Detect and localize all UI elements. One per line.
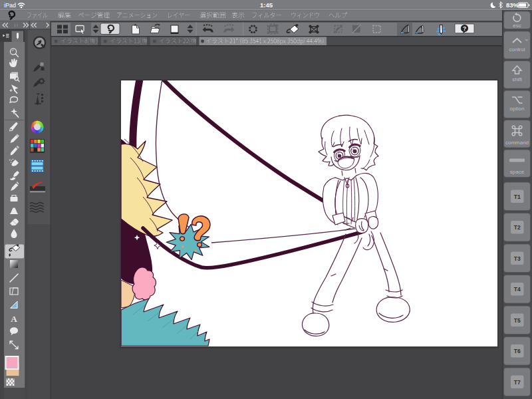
svg-text:T5: T5 [514,317,521,324]
svg-text:T3: T3 [514,255,521,262]
svg-text:space: space [510,169,525,175]
svg-text:command: command [505,140,529,146]
svg-text:?: ? [463,25,466,32]
svg-text:T6: T6 [514,348,521,354]
svg-text:T1: T1 [514,194,521,200]
svg-text:A: A [11,314,17,324]
svg-text:control: control [509,47,525,53]
svg-text:1:45: 1:45 [260,1,273,9]
svg-text:T4: T4 [514,286,521,293]
svg-text:T7: T7 [514,379,521,386]
svg-text:option: option [510,106,525,112]
svg-text:iPad: iPad [4,2,16,9]
svg-text:shift: shift [512,76,522,82]
svg-text:83%: 83% [506,1,519,9]
svg-text:T2: T2 [514,224,521,231]
svg-text:esc: esc [513,23,521,29]
